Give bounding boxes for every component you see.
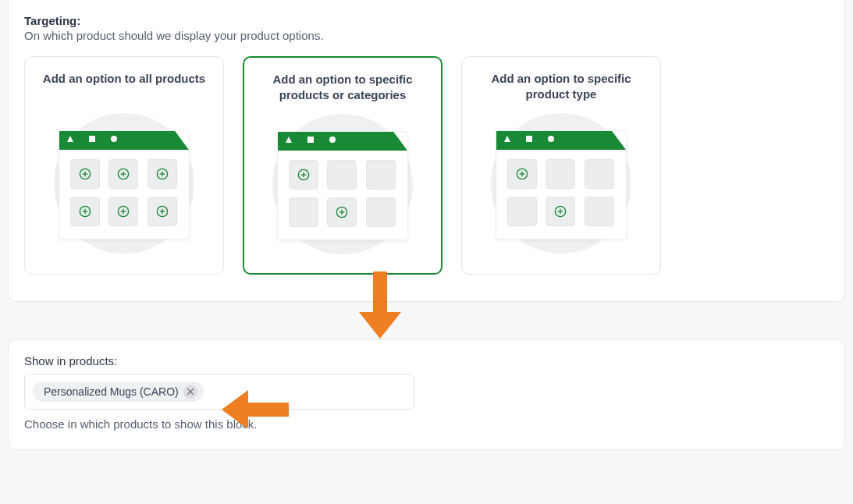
card-illustration <box>265 114 421 254</box>
tile-blank <box>289 197 318 227</box>
svg-rect-1 <box>89 136 95 142</box>
card-title: Add an option to all products <box>43 71 205 104</box>
card-all-products[interactable]: Add an option to all products <box>24 56 224 275</box>
svg-point-2 <box>111 136 117 142</box>
tile-grid <box>278 151 407 240</box>
card-product-type[interactable]: Add an option to specific product type <box>461 56 661 275</box>
card-specific-products[interactable]: Add an option to specific products or ca… <box>243 56 442 275</box>
card-title: Add an option to specific products or ca… <box>257 72 428 105</box>
svg-point-23 <box>329 137 336 143</box>
annotation-arrow-down-icon <box>359 272 401 342</box>
card-illustration <box>483 113 639 254</box>
tile-blank <box>366 160 396 190</box>
browser-mock <box>59 130 190 240</box>
tile-blank <box>366 197 396 227</box>
svg-marker-0 <box>67 136 73 142</box>
svg-marker-42 <box>222 390 248 428</box>
svg-marker-40 <box>359 312 401 339</box>
tile-plus-icon <box>147 197 177 226</box>
targeting-subheading: On which product should we display your … <box>24 29 829 42</box>
browser-mock <box>496 130 627 240</box>
tile-plus-icon <box>108 197 138 226</box>
product-tag: Personalized Mugs (CARO) <box>33 382 204 402</box>
tile-grid <box>59 150 189 239</box>
tile-plus-icon <box>70 159 100 189</box>
tile-plus-icon <box>70 197 100 226</box>
tile-blank <box>546 159 575 189</box>
tile-blank <box>507 197 537 226</box>
tile-grid <box>496 150 626 239</box>
svg-marker-30 <box>504 136 510 142</box>
show-in-products-helper: Choose in which products to show this bl… <box>24 417 829 431</box>
targeting-heading: Targeting: <box>24 14 829 27</box>
svg-rect-41 <box>243 403 289 417</box>
product-tag-input[interactable]: Personalized Mugs (CARO) <box>24 374 414 410</box>
svg-rect-22 <box>307 137 314 143</box>
show-in-products-panel: Show in products: Personalized Mugs (CAR… <box>8 339 845 450</box>
show-in-products-heading: Show in products: <box>24 354 829 367</box>
tile-plus-icon <box>546 197 575 226</box>
tile-blank <box>585 159 614 189</box>
card-illustration <box>46 113 202 254</box>
browser-bar <box>59 131 189 150</box>
svg-rect-31 <box>526 136 532 142</box>
tile-plus-icon <box>327 197 357 227</box>
product-tag-label: Personalized Mugs (CARO) <box>44 385 179 398</box>
tag-remove-button[interactable] <box>183 385 197 399</box>
annotation-arrow-left-icon <box>222 390 289 431</box>
browser-bar <box>278 132 407 151</box>
tile-plus-icon <box>147 159 177 189</box>
card-title: Add an option to specific product type <box>474 71 648 104</box>
close-icon <box>187 389 194 395</box>
browser-mock <box>277 131 408 240</box>
browser-bar <box>496 131 626 150</box>
tile-plus-icon <box>289 160 318 190</box>
targeting-panel: Targeting: On which product should we di… <box>8 0 845 302</box>
svg-point-32 <box>548 136 554 142</box>
targeting-cards: Add an option to all products <box>24 56 829 275</box>
svg-marker-21 <box>286 137 292 143</box>
tile-plus-icon <box>507 159 537 189</box>
tile-blank <box>585 197 614 226</box>
tile-plus-icon <box>108 159 138 189</box>
tile-blank <box>327 160 357 190</box>
svg-rect-39 <box>373 272 387 315</box>
